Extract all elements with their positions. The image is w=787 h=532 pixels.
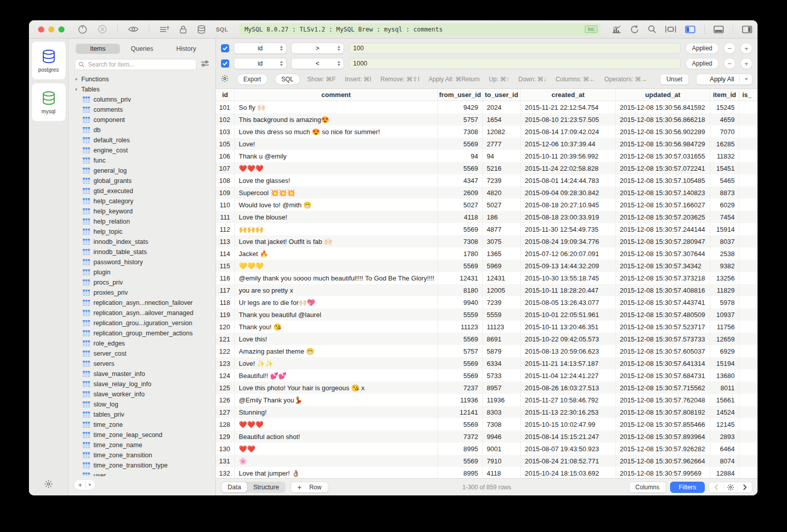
filter-sliders-icon[interactable] (201, 60, 209, 69)
sidebar-table-component[interactable]: component (69, 115, 215, 125)
cell-updated_at[interactable]: 2015-12-08 15:30:57.99569 (616, 467, 710, 478)
cell-to_user_id[interactable]: 9001 (483, 443, 521, 455)
cell-to_user_id[interactable]: 2024 (483, 101, 521, 113)
zoom-window-button[interactable] (58, 26, 65, 33)
cell-comment[interactable]: Thank you! 😘 (235, 321, 438, 333)
cell-from_user_id[interactable]: 2609 (438, 186, 483, 199)
left-panel-toggle-icon[interactable] (685, 25, 696, 34)
cell-from_user_id[interactable]: 5569 (438, 333, 483, 345)
cell-from_user_id[interactable]: 5757 (438, 113, 483, 126)
search-icon[interactable] (648, 25, 656, 34)
filter-applied-button[interactable]: Applied (685, 43, 719, 54)
cell-id[interactable]: 116 (216, 272, 235, 284)
cell-is_[interactable] (739, 308, 758, 321)
cell-is_[interactable] (739, 235, 758, 247)
cell-item_id[interactable]: 15451 (710, 162, 739, 174)
cell-item_id[interactable]: 7070 (710, 126, 739, 138)
cell-updated_at[interactable]: 2015-12-08 15:30:56.902289 (616, 126, 710, 138)
cell-from_user_id[interactable]: 5569 (438, 162, 483, 174)
table-row-129[interactable]: 129Beautiful action shot!737299462015-08… (216, 430, 758, 443)
cell-comment[interactable]: Thank you beautiful @laurel (235, 308, 438, 321)
sidebar-table-time_zone_leap_second[interactable]: time_zone_leap_second (69, 430, 215, 440)
cell-to_user_id[interactable]: 94 (483, 150, 521, 162)
column-header-updated_at[interactable]: updated_at (616, 89, 710, 101)
table-row-113[interactable]: 113Love that jacket! Outfit is fab 🙌🏻730… (216, 235, 758, 247)
cell-comment[interactable]: Love! (235, 138, 438, 150)
cell-item_id[interactable]: 2538 (710, 247, 739, 260)
cell-is_[interactable] (739, 455, 758, 467)
cell-item_id[interactable]: 11829 (710, 284, 739, 296)
table-row-132[interactable]: 132Love that jumper! 👌🏽899541182015-10-2… (216, 467, 758, 478)
table-row-123[interactable]: 123Love! ✨✨556963342015-11-21 14:13:57.1… (216, 357, 758, 369)
cell-comment[interactable]: Thank u @emily (235, 150, 438, 162)
refresh-icon[interactable] (630, 25, 639, 34)
item-search-input[interactable] (87, 60, 193, 69)
sidebar-table-db[interactable]: db (69, 125, 215, 135)
cell-comment[interactable]: This background is amazing😍 (235, 113, 438, 126)
cell-comment[interactable]: Love this dress so much 😍 so nice for su… (235, 126, 438, 138)
cell-updated_at[interactable]: 2015-12-08 15:30:57.072241 (616, 162, 710, 174)
cell-item_id[interactable]: 16285 (710, 138, 739, 150)
cell-is_[interactable] (739, 333, 758, 345)
sidebar-table-default_roles[interactable]: default_roles (69, 135, 215, 145)
cell-from_user_id[interactable]: 5569 (438, 455, 483, 467)
chart-icon[interactable] (612, 25, 621, 34)
sidebar-table-help_topic[interactable]: help_topic (69, 227, 215, 237)
sidebar-table-time_zone_transition[interactable]: time_zone_transition (69, 450, 215, 460)
cell-to_user_id[interactable]: 5216 (483, 162, 521, 174)
sidebar-table-slow_log[interactable]: slow_log (69, 399, 215, 410)
cell-id[interactable]: 120 (216, 321, 235, 333)
sidebar-table-slave_worker_info[interactable]: slave_worker_info (69, 389, 215, 399)
cell-id[interactable]: 102 (216, 113, 235, 126)
cell-from_user_id[interactable]: 8995 (438, 467, 483, 478)
column-header-to_user_id[interactable]: to_user_id (483, 89, 521, 101)
cell-is_[interactable] (739, 150, 758, 162)
cell-from_user_id[interactable]: 4347 (438, 174, 483, 186)
add-item-button[interactable]: + ▾ (74, 479, 96, 490)
cell-to_user_id[interactable]: 5027 (483, 199, 521, 211)
cell-id[interactable]: 127 (216, 406, 235, 418)
cell-updated_at[interactable]: 2015-12-08 15:30:57.140823 (616, 186, 710, 199)
cell-is_[interactable] (739, 223, 758, 235)
cell-from_user_id[interactable]: 5757 (438, 345, 483, 357)
sidebar-table-replication_group_member_actions[interactable]: replication_group_member_actions (69, 328, 215, 338)
apply-all-button[interactable]: Apply All (696, 74, 752, 85)
cell-is_[interactable] (739, 138, 758, 150)
cell-from_user_id[interactable]: 94 (438, 150, 483, 162)
sidebar-table-general_log[interactable]: general_log (69, 166, 215, 176)
cell-to_user_id[interactable]: 1365 (483, 247, 521, 260)
cell-from_user_id[interactable]: 11936 (438, 394, 483, 406)
item-search-box[interactable] (75, 59, 197, 70)
cell-to_user_id[interactable]: 7910 (483, 455, 521, 467)
cell-item_id[interactable]: 10937 (710, 308, 739, 321)
eye-icon[interactable] (128, 25, 139, 33)
table-row-105[interactable]: 105Love!556927772015-12-06 10:37:39.4420… (216, 138, 758, 150)
cell-to_user_id[interactable]: 5733 (483, 369, 521, 382)
cell-comment[interactable]: @emily thank you soooo much beautiful!!!… (235, 272, 438, 284)
cell-is_[interactable] (739, 296, 758, 308)
table-row-118[interactable]: 118Ur legs are to die for🙌🏻💖994072392015… (216, 296, 758, 308)
cell-comment[interactable]: 💛💛💛 (235, 260, 438, 272)
sidebar-table-tables_priv[interactable]: tables_priv (69, 410, 215, 420)
cell-updated_at[interactable]: 2015-12-08 15:30:57.244144 (616, 223, 710, 235)
cell-from_user_id[interactable]: 7308 (438, 126, 483, 138)
cell-to_user_id[interactable]: 5559 (483, 308, 521, 321)
cell-updated_at[interactable]: 2015-12-08 15:30:57.855466 (616, 418, 710, 430)
filter-enabled-checkbox[interactable] (221, 59, 229, 68)
cell-created_at[interactable]: 2015-11-13 22:30:16.253 (521, 406, 616, 418)
cell-created_at[interactable]: 2015-11-30 12:54:49.735 (521, 223, 616, 235)
cell-comment[interactable]: Beautiful!! 💕💕 (235, 369, 438, 382)
cell-comment[interactable]: you are so pretty x (235, 284, 438, 296)
cell-updated_at[interactable]: 2015-12-08 15:30:57.893964 (616, 430, 710, 443)
filter-settings-gear-icon[interactable] (221, 75, 229, 84)
cell-updated_at[interactable]: 2015-12-08 15:30:57.962664 (616, 455, 710, 467)
cell-from_user_id[interactable]: 5569 (438, 357, 483, 369)
cell-to_user_id[interactable]: 6334 (483, 357, 521, 369)
cell-created_at[interactable]: 2015-10-01 22:05:51.961 (521, 308, 616, 321)
cell-id[interactable]: 119 (216, 308, 235, 321)
column-header-created_at[interactable]: created_at (521, 89, 616, 101)
table-row-116[interactable]: 116@emily thank you soooo much beautiful… (216, 272, 758, 284)
remove-filter-button[interactable]: − (723, 43, 736, 54)
tree-section-tables[interactable]: ▾ Tables (69, 84, 215, 95)
tab-history[interactable]: History (164, 44, 208, 54)
